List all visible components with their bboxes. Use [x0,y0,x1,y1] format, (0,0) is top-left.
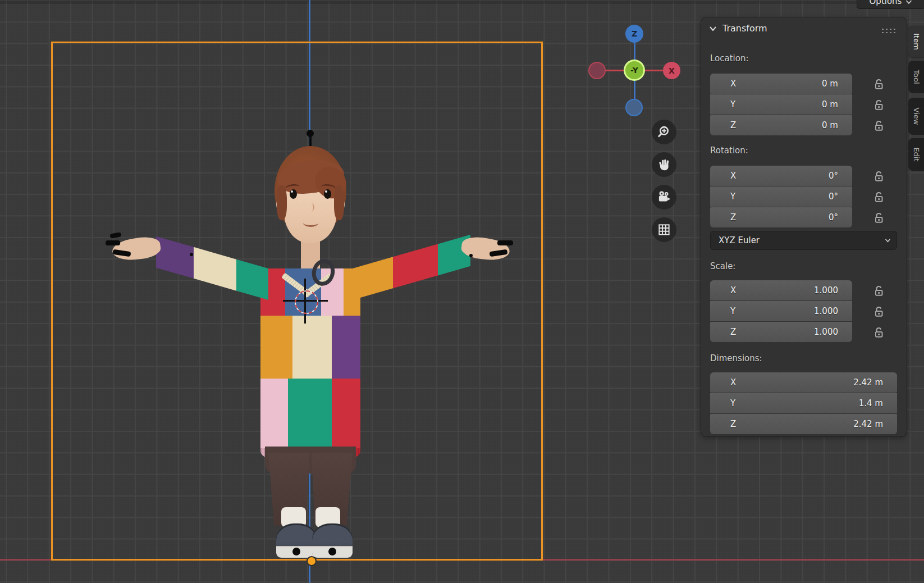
dimensions-y-field[interactable]: Y1.4 m [710,393,897,413]
chevron-down-icon [905,0,912,4]
lock-location-x[interactable] [873,78,886,92]
axis-value: 1.000 [814,285,838,295]
sweater-patch [260,316,292,379]
blender-3d-viewport[interactable]: Z X -Y [0,0,924,583]
object-origin-dot [307,556,317,566]
axis-value: 2.42 m [853,419,883,429]
unlock-icon [873,212,885,224]
magnifier-plus-icon [657,125,671,139]
gizmo-axis-negz-button[interactable] [625,99,643,116]
axis-label: X [730,377,736,388]
lock-location-y[interactable] [873,99,886,112]
rotation-y-field[interactable]: Y0° [710,186,852,207]
scale-z-field[interactable]: Z1.000 [710,322,852,342]
mouth [303,219,318,227]
axis-value: 0° [829,171,838,181]
lock-location-z[interactable] [873,120,886,133]
axis-value: 0° [829,212,838,222]
panel-drag-handle[interactable] [881,28,898,33]
transform-panel: Transform Location: X0 m Y0 m Z0 m Rotat… [701,17,907,437]
gizmo-axis-x-button[interactable]: X [663,62,680,79]
lock-rotation-z[interactable] [873,212,886,225]
rotation-mode-select[interactable]: XYZ Euler [710,231,897,250]
dimensions-fields: X2.42 m Y1.4 m Z2.42 m [710,372,897,434]
dimensions-x-field[interactable]: X2.42 m [710,372,897,393]
axis-label: Z [730,120,736,130]
axis-label: Y [730,192,735,202]
pan-hand-icon [657,157,671,172]
axis-label: X [730,171,736,181]
location-y-field[interactable]: Y0 m [710,94,852,115]
hair-side-right [334,185,344,220]
scale-x-field[interactable]: X1.000 [710,280,852,300]
shoe-left [276,523,317,558]
location-label: Location: [710,53,749,63]
gizmo-axis-negy-button[interactable]: -Y [624,60,645,81]
location-x-field[interactable]: X0 m [710,74,852,94]
tab-item[interactable]: Item [908,26,924,57]
lock-scale-z[interactable] [873,326,886,340]
tab-label: Edit [912,147,921,161]
axis-value: 0 m [822,79,838,89]
options-label: Options [870,0,902,6]
lock-scale-x[interactable] [873,285,886,298]
unlock-icon [873,120,885,132]
unlock-icon [873,285,885,297]
gizmo-x-label: X [669,66,675,75]
axis-value: 1.4 m [859,398,883,408]
unlock-icon [873,306,885,318]
finger-bone [190,253,193,256]
camera-view-button[interactable] [652,185,676,209]
axis-label: Z [730,419,736,429]
gizmo-axis-z-button[interactable]: Z [625,25,643,43]
axis-value: 0 m [822,120,838,130]
unlock-icon [873,78,885,90]
unlock-icon [873,170,885,183]
unlock-icon [873,99,885,111]
axis-value: 2.42 m [853,377,883,388]
scale-label: Scale: [710,261,735,271]
rotation-z-field[interactable]: Z0° [710,207,852,227]
pan-button[interactable] [652,152,676,177]
gizmo-z-label: Z [632,29,637,38]
camera-icon [657,190,671,204]
grid-toggle-button[interactable] [652,217,676,242]
eye-left [290,189,297,199]
panel-header[interactable]: Transform [709,23,767,34]
shoe-right [312,523,353,558]
collapse-chevron-icon [709,26,717,31]
dimensions-z-field[interactable]: Z2.42 m [710,414,897,434]
options-button[interactable]: Options [857,0,924,9]
rotation-mode-value: XYZ Euler [719,235,760,245]
axis-value: 1.000 [814,306,838,316]
lock-scale-y[interactable] [873,306,886,319]
axis-label: Y [730,306,735,316]
tab-label: Tool [912,70,921,84]
finger-bone [469,254,473,257]
hair-side-left [277,185,287,220]
location-fields: X0 m Y0 m Z0 m [710,74,852,135]
lock-rotation-y[interactable] [873,191,886,204]
tab-edit[interactable]: Edit [908,138,924,171]
axis-label: X [730,79,736,89]
scale-y-field[interactable]: Y1.000 [710,301,852,321]
rotation-label: Rotation: [710,145,748,156]
zoom-button[interactable] [652,120,676,144]
rotation-x-field[interactable]: X0° [710,166,852,186]
unlock-icon [873,326,885,339]
lock-rotation-x[interactable] [873,170,886,184]
sweater-patch [292,316,332,379]
axis-label: Z [730,327,736,337]
nose [308,203,314,211]
location-z-field[interactable]: Z0 m [710,115,852,135]
tab-label: View [912,108,921,125]
rotation-fields: X0° Y0° Z0° [710,166,852,227]
tab-view[interactable]: View [908,98,924,135]
unlock-icon [873,191,885,203]
finger-bone [497,240,513,245]
sweater-patch [260,379,288,448]
shoe-lace-dot [292,548,300,555]
axis-value: 0 m [822,99,838,110]
tab-tool[interactable]: Tool [908,61,924,93]
gizmo-axis-negx-button[interactable] [588,62,606,79]
